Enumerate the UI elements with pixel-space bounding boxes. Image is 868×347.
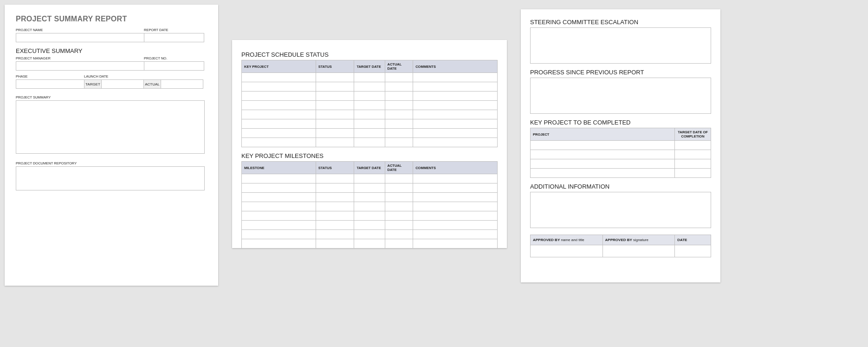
table-cell[interactable] bbox=[242, 183, 316, 193]
phase-input[interactable] bbox=[16, 79, 84, 89]
table-cell[interactable] bbox=[413, 73, 498, 82]
table-cell[interactable] bbox=[354, 193, 385, 202]
table-cell[interactable] bbox=[385, 73, 413, 82]
table-cell[interactable] bbox=[675, 159, 711, 169]
table-cell[interactable] bbox=[413, 183, 498, 193]
table-cell[interactable] bbox=[413, 110, 498, 119]
project-name-input[interactable] bbox=[16, 33, 144, 42]
table-cell[interactable] bbox=[316, 183, 354, 193]
table-cell[interactable] bbox=[385, 239, 413, 249]
table-cell[interactable] bbox=[413, 221, 498, 230]
table-cell[interactable] bbox=[413, 239, 498, 249]
table-cell[interactable] bbox=[242, 110, 316, 119]
table-cell[interactable] bbox=[354, 92, 385, 101]
table-cell[interactable] bbox=[354, 138, 385, 147]
table-cell[interactable] bbox=[413, 193, 498, 202]
table-cell[interactable] bbox=[242, 239, 316, 249]
table-cell[interactable] bbox=[385, 174, 413, 183]
table-cell[interactable] bbox=[354, 183, 385, 193]
table-cell[interactable] bbox=[354, 174, 385, 183]
table-cell[interactable] bbox=[242, 101, 316, 110]
table-cell[interactable] bbox=[316, 193, 354, 202]
table-cell[interactable] bbox=[354, 82, 385, 92]
table-cell[interactable] bbox=[385, 119, 413, 129]
table-cell[interactable] bbox=[385, 110, 413, 119]
table-cell[interactable] bbox=[385, 211, 413, 221]
table-cell[interactable] bbox=[316, 92, 354, 101]
table-cell[interactable] bbox=[385, 230, 413, 239]
table-cell[interactable] bbox=[242, 193, 316, 202]
report-date-input[interactable] bbox=[144, 33, 204, 42]
table-cell[interactable] bbox=[531, 159, 675, 169]
progress-box[interactable] bbox=[530, 78, 711, 114]
table-cell[interactable] bbox=[385, 129, 413, 138]
table-cell[interactable] bbox=[675, 141, 711, 150]
table-cell[interactable] bbox=[385, 183, 413, 193]
table-cell[interactable] bbox=[354, 101, 385, 110]
table-cell[interactable] bbox=[316, 239, 354, 249]
approved-by-signature-cell[interactable] bbox=[602, 245, 675, 257]
project-manager-input[interactable] bbox=[16, 61, 144, 71]
table-cell[interactable] bbox=[316, 82, 354, 92]
table-cell[interactable] bbox=[316, 138, 354, 147]
table-cell[interactable] bbox=[413, 119, 498, 129]
table-cell[interactable] bbox=[385, 202, 413, 211]
table-cell[interactable] bbox=[242, 174, 316, 183]
table-cell[interactable] bbox=[413, 211, 498, 221]
actual-date-input[interactable] bbox=[161, 79, 203, 89]
table-cell[interactable] bbox=[354, 230, 385, 239]
table-cell[interactable] bbox=[385, 221, 413, 230]
table-cell[interactable] bbox=[354, 73, 385, 82]
table-cell[interactable] bbox=[242, 211, 316, 221]
target-date-input[interactable] bbox=[101, 79, 144, 89]
table-cell[interactable] bbox=[413, 138, 498, 147]
table-cell[interactable] bbox=[413, 82, 498, 92]
table-cell[interactable] bbox=[242, 230, 316, 239]
table-cell[interactable] bbox=[385, 82, 413, 92]
table-cell[interactable] bbox=[242, 221, 316, 230]
table-cell[interactable] bbox=[385, 193, 413, 202]
table-cell[interactable] bbox=[316, 174, 354, 183]
table-cell[interactable] bbox=[242, 92, 316, 101]
table-cell[interactable] bbox=[413, 101, 498, 110]
approved-by-name-cell[interactable] bbox=[531, 245, 603, 257]
table-cell[interactable] bbox=[675, 169, 711, 178]
table-cell[interactable] bbox=[316, 73, 354, 82]
table-cell[interactable] bbox=[354, 211, 385, 221]
table-cell[interactable] bbox=[242, 73, 316, 82]
table-cell[interactable] bbox=[675, 150, 711, 159]
approval-date-cell[interactable] bbox=[675, 245, 711, 257]
table-cell[interactable] bbox=[385, 92, 413, 101]
table-cell[interactable] bbox=[385, 101, 413, 110]
table-cell[interactable] bbox=[242, 138, 316, 147]
table-cell[interactable] bbox=[242, 82, 316, 92]
table-cell[interactable] bbox=[316, 110, 354, 119]
table-cell[interactable] bbox=[316, 119, 354, 129]
table-cell[interactable] bbox=[531, 150, 675, 159]
table-cell[interactable] bbox=[354, 221, 385, 230]
table-cell[interactable] bbox=[413, 92, 498, 101]
table-cell[interactable] bbox=[354, 129, 385, 138]
additional-info-box[interactable] bbox=[530, 192, 711, 228]
table-cell[interactable] bbox=[413, 202, 498, 211]
table-cell[interactable] bbox=[242, 129, 316, 138]
table-cell[interactable] bbox=[316, 202, 354, 211]
table-cell[interactable] bbox=[316, 211, 354, 221]
table-cell[interactable] bbox=[242, 202, 316, 211]
project-no-input[interactable] bbox=[144, 61, 204, 71]
table-cell[interactable] bbox=[316, 129, 354, 138]
table-cell[interactable] bbox=[316, 230, 354, 239]
table-cell[interactable] bbox=[531, 169, 675, 178]
table-cell[interactable] bbox=[531, 141, 675, 150]
table-cell[interactable] bbox=[242, 119, 316, 129]
table-cell[interactable] bbox=[385, 138, 413, 147]
project-summary-input[interactable] bbox=[16, 100, 205, 154]
table-cell[interactable] bbox=[354, 110, 385, 119]
table-cell[interactable] bbox=[316, 221, 354, 230]
table-cell[interactable] bbox=[354, 202, 385, 211]
table-cell[interactable] bbox=[413, 174, 498, 183]
steering-box[interactable] bbox=[530, 27, 711, 64]
table-cell[interactable] bbox=[316, 101, 354, 110]
table-cell[interactable] bbox=[354, 119, 385, 129]
table-cell[interactable] bbox=[413, 230, 498, 239]
